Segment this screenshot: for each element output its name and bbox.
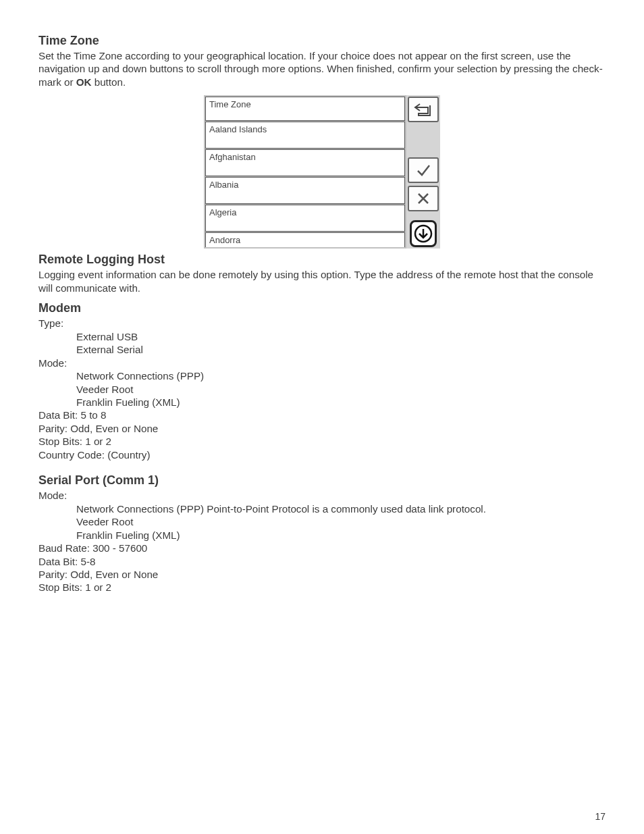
serial-mode-label: Mode: xyxy=(38,489,606,502)
serial-mode-item: Veeder Root xyxy=(38,515,606,528)
modem-stopbits: Stop Bits: 1 or 2 xyxy=(38,435,606,448)
modem-country: Country Code: (Country) xyxy=(38,448,606,461)
modem-heading: Modem xyxy=(38,301,606,315)
device-side-buttons xyxy=(406,95,440,249)
ok-button[interactable] xyxy=(408,157,439,183)
timezone-description: Set the Time Zone according to your geog… xyxy=(38,49,606,88)
modem-mode-label: Mode: xyxy=(38,357,606,369)
timezone-heading: Time Zone xyxy=(38,34,606,48)
list-item[interactable]: Algeria xyxy=(205,205,405,232)
timezone-list: Time Zone Aaland Islands Afghanistan Alb… xyxy=(204,95,406,249)
serial-baud: Baud Rate: 300 - 57600 xyxy=(38,542,606,554)
modem-mode-item: Franklin Fueling (XML) xyxy=(38,396,606,409)
modem-type-item: External Serial xyxy=(38,343,606,356)
x-icon xyxy=(416,191,431,206)
serial-heading: Serial Port (Comm 1) xyxy=(38,473,606,488)
page-number: 17 xyxy=(595,811,606,822)
scroll-down-button[interactable] xyxy=(410,220,437,247)
timezone-list-header: Time Zone xyxy=(205,97,405,121)
back-icon xyxy=(413,102,433,117)
list-item[interactable]: Albania xyxy=(205,177,405,204)
back-button[interactable] xyxy=(408,97,439,122)
serial-parity: Parity: Odd, Even or None xyxy=(38,568,606,581)
modem-mode-item: Veeder Root xyxy=(38,383,606,396)
list-item[interactable]: Afghanistan xyxy=(205,149,405,176)
arrow-down-icon xyxy=(414,224,433,243)
timezone-device-screenshot: Time Zone Aaland Islands Afghanistan Alb… xyxy=(204,95,440,249)
check-icon xyxy=(415,162,431,178)
modem-parity: Parity: Odd, Even or None xyxy=(38,422,606,435)
list-item[interactable]: Aaland Islands xyxy=(205,122,405,149)
serial-mode-item: Network Connections (PPP) Point-to-Point… xyxy=(38,502,606,515)
remote-heading: Remote Logging Host xyxy=(38,253,606,267)
cancel-button[interactable] xyxy=(408,186,439,211)
list-item[interactable]: Andorra xyxy=(205,232,405,247)
modem-type-item: External USB xyxy=(38,330,606,343)
modem-type-label: Type: xyxy=(38,317,606,330)
modem-databit: Data Bit: 5 to 8 xyxy=(38,409,606,421)
timezone-desc-bold: OK xyxy=(76,76,92,88)
modem-mode-item: Network Connections (PPP) xyxy=(38,369,606,382)
remote-description: Logging event information can be done re… xyxy=(38,268,606,294)
timezone-desc-post: button. xyxy=(91,76,126,88)
serial-databit: Data Bit: 5-8 xyxy=(38,555,606,568)
serial-stopbits: Stop Bits: 1 or 2 xyxy=(38,581,606,594)
serial-mode-item: Franklin Fueling (XML) xyxy=(38,529,606,542)
